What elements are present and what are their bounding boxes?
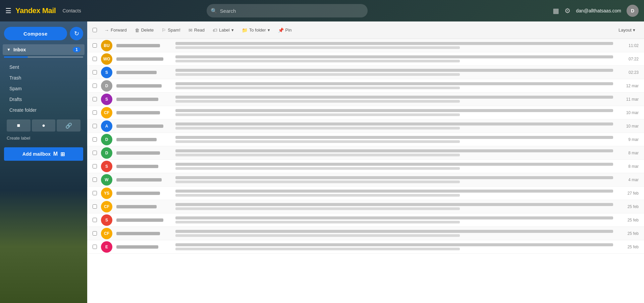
avatar[interactable]: D bbox=[627, 5, 639, 17]
email-content bbox=[175, 42, 613, 49]
email-content bbox=[175, 149, 613, 156]
email-row[interactable]: A 10 mar bbox=[87, 119, 644, 133]
label-btn-add[interactable]: 🔗 bbox=[57, 119, 80, 132]
sender-avatar: S bbox=[101, 161, 112, 172]
row-checkbox[interactable] bbox=[93, 70, 97, 74]
email-row[interactable]: YS 27 feb bbox=[87, 187, 644, 200]
read-button[interactable]: ✉ Read bbox=[185, 26, 208, 35]
sender-name bbox=[116, 151, 170, 155]
add-mailbox-button[interactable]: Add mailbox M ⊞ bbox=[4, 147, 83, 161]
email-content bbox=[175, 176, 613, 183]
header: ☰ Yandex Mail Contacts 🔍 ▦ ⚙ dan@allthat… bbox=[0, 0, 644, 21]
email-content bbox=[175, 96, 613, 103]
pin-button[interactable]: 📌 Pin bbox=[275, 26, 295, 35]
forward-button[interactable]: → Forward bbox=[101, 26, 130, 35]
sender-avatar: D bbox=[101, 80, 112, 92]
sender-avatar: WO bbox=[101, 53, 112, 65]
email-row[interactable]: CF 10 mar bbox=[87, 106, 644, 119]
email-row[interactable]: S 25 feb bbox=[87, 213, 644, 227]
inbox-arrow-icon: ▼ bbox=[7, 47, 11, 52]
select-all-checkbox[interactable] bbox=[93, 28, 97, 32]
row-checkbox[interactable] bbox=[93, 204, 97, 209]
add-mailbox-label: Add mailbox bbox=[22, 151, 51, 157]
email-list-wrapper: → Forward 🗑 Delete ⚐ Spam! ✉ Read 🏷 Labe… bbox=[87, 21, 644, 303]
sidebar-item-drafts[interactable]: Drafts bbox=[3, 94, 85, 105]
email-content bbox=[175, 69, 613, 76]
row-checkbox[interactable] bbox=[93, 245, 97, 249]
email-time: 25 feb bbox=[619, 231, 639, 236]
email-row[interactable]: S 8 mar bbox=[87, 160, 644, 173]
delete-label: Delete bbox=[141, 28, 154, 33]
main-area: Compose ↻ ▼ Inbox 1 Sent Trash Spam Draf… bbox=[0, 21, 644, 303]
pin-label: Pin bbox=[285, 28, 292, 33]
row-checkbox[interactable] bbox=[93, 164, 97, 168]
create-label-link[interactable]: Create label bbox=[0, 134, 87, 145]
search-input[interactable] bbox=[207, 4, 368, 17]
row-checkbox[interactable] bbox=[93, 110, 97, 115]
email-row[interactable]: D 9 mar bbox=[87, 133, 644, 146]
label-btn-square[interactable]: ■ bbox=[7, 119, 31, 132]
email-content bbox=[175, 216, 613, 223]
row-checkbox[interactable] bbox=[93, 43, 97, 48]
hamburger-icon[interactable]: ☰ bbox=[5, 7, 11, 15]
label-button[interactable]: 🏷 Label ▾ bbox=[209, 26, 237, 35]
email-content bbox=[175, 243, 613, 250]
email-row[interactable]: E 25 feb bbox=[87, 240, 644, 254]
compose-button[interactable]: Compose bbox=[4, 27, 67, 40]
email-row[interactable]: CF 25 feb bbox=[87, 200, 644, 213]
progress-bar bbox=[4, 56, 83, 58]
sidebar-item-spam[interactable]: Spam bbox=[3, 83, 85, 94]
email-time: 10 mar bbox=[619, 110, 639, 115]
layout-button[interactable]: Layout ▾ bbox=[615, 26, 639, 35]
delete-button[interactable]: 🗑 Delete bbox=[131, 26, 157, 35]
email-row[interactable]: BU 11:02 bbox=[87, 39, 644, 52]
sidebar-item-create-folder[interactable]: Create folder bbox=[3, 105, 85, 115]
logo: Yandex Mail bbox=[15, 6, 56, 15]
nav-items: Sent Trash Spam Drafts Create folder bbox=[0, 60, 87, 117]
row-checkbox[interactable] bbox=[93, 97, 97, 101]
contacts-link[interactable]: Contacts bbox=[62, 8, 81, 13]
sender-avatar: D bbox=[101, 147, 112, 159]
email-row[interactable]: CF 25 feb bbox=[87, 227, 644, 240]
email-time: 12 mar bbox=[619, 84, 639, 88]
row-checkbox[interactable] bbox=[93, 84, 97, 88]
row-checkbox[interactable] bbox=[93, 57, 97, 61]
row-checkbox[interactable] bbox=[93, 191, 97, 195]
sender-avatar: W bbox=[101, 174, 112, 186]
email-time: 8 mar bbox=[619, 164, 639, 169]
to-folder-button[interactable]: 📁 To folder ▾ bbox=[238, 26, 273, 35]
email-row[interactable]: D 12 mar bbox=[87, 79, 644, 93]
row-checkbox[interactable] bbox=[93, 137, 97, 142]
sender-name bbox=[116, 124, 170, 128]
spam-label: Spam! bbox=[168, 28, 180, 33]
row-checkbox[interactable] bbox=[93, 151, 97, 155]
label-btn-circle[interactable]: ● bbox=[32, 119, 56, 132]
sidebar-item-trash[interactable]: Trash bbox=[3, 72, 85, 83]
email-row[interactable]: D 8 mar bbox=[87, 146, 644, 160]
columns-icon[interactable]: ▦ bbox=[553, 7, 559, 15]
row-checkbox[interactable] bbox=[93, 231, 97, 236]
read-label: Read bbox=[194, 28, 205, 33]
email-row[interactable]: S 11 mar bbox=[87, 93, 644, 106]
refresh-button[interactable]: ↻ bbox=[70, 27, 83, 40]
spam-button[interactable]: ⚐ Spam! bbox=[158, 26, 184, 35]
sender-avatar: CF bbox=[101, 107, 112, 118]
row-checkbox[interactable] bbox=[93, 124, 97, 128]
email-time: 25 feb bbox=[619, 245, 639, 249]
sender-avatar: CF bbox=[101, 228, 112, 239]
inbox-label: Inbox bbox=[13, 47, 26, 52]
row-checkbox[interactable] bbox=[93, 178, 97, 182]
email-content bbox=[175, 203, 613, 210]
sender-name bbox=[116, 71, 170, 74]
spam-icon: ⚐ bbox=[162, 28, 166, 33]
email-row[interactable]: S 02:23 bbox=[87, 66, 644, 79]
sidebar-item-sent[interactable]: Sent bbox=[3, 62, 85, 72]
settings-icon[interactable]: ⚙ bbox=[565, 7, 571, 15]
forward-label: Forward bbox=[111, 28, 127, 33]
email-row[interactable]: WO 07:22 bbox=[87, 52, 644, 66]
search-icon: 🔍 bbox=[211, 8, 217, 14]
email-row[interactable]: W 4 mar bbox=[87, 173, 644, 187]
email-time: 07:22 bbox=[619, 57, 639, 61]
sidebar-item-inbox[interactable]: ▼ Inbox 1 bbox=[3, 44, 85, 55]
row-checkbox[interactable] bbox=[93, 218, 97, 222]
